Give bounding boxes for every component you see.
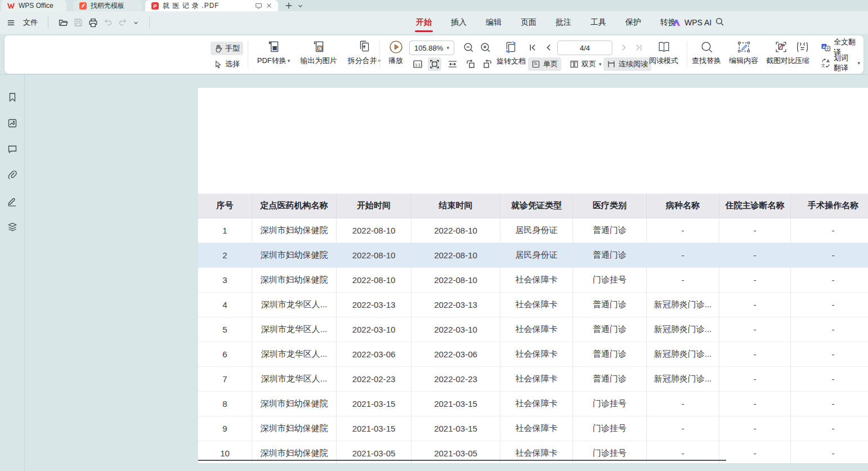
compress-button[interactable]: 压缩	[789, 40, 815, 66]
menu-tab-protect[interactable]: 保护	[624, 11, 642, 34]
menu-tab-insert[interactable]: 插入	[450, 11, 468, 34]
layers-icon[interactable]	[6, 220, 19, 234]
table-cell: 2	[198, 243, 252, 267]
table-cell: -	[719, 293, 791, 317]
table-row[interactable]: 5深圳市龙华区人...2022-03-102022-03-10社会保障卡普通门诊…	[198, 317, 868, 342]
menu-tab-tools[interactable]: 工具	[589, 11, 607, 34]
rotate-left-button[interactable]	[464, 57, 477, 71]
open-file-icon[interactable]	[59, 18, 68, 28]
table-cell: -	[791, 392, 868, 416]
edit-content-button[interactable]: 编辑内容	[726, 40, 761, 66]
single-page-button[interactable]: 单页	[528, 57, 561, 71]
split-merge-label: 拆分合并	[348, 56, 377, 66]
file-menu[interactable]: 文件	[23, 17, 38, 28]
menu-tab-home[interactable]: 开始	[415, 11, 433, 34]
zoom-level-select[interactable]: 105.88%▾	[409, 41, 454, 55]
tab-label: WPS Office	[19, 2, 53, 10]
zoom-out-icon[interactable]	[463, 42, 475, 53]
book-icon	[657, 40, 671, 54]
menu-tab-edit[interactable]: 编辑	[485, 11, 503, 34]
column-header: 住院主诊断名称	[719, 194, 791, 218]
read-mode-button[interactable]: 阅读模式	[646, 40, 681, 66]
play-button[interactable]: 播放	[383, 40, 409, 66]
select-tool-button[interactable]: 选择	[211, 57, 243, 71]
table-cell: 2022-03-06	[337, 342, 411, 366]
last-page-icon[interactable]	[634, 43, 643, 52]
table-cell: 2022-03-13	[337, 293, 411, 317]
fit-width-button[interactable]	[446, 57, 459, 71]
table-cell: 深圳市龙华区人...	[252, 317, 337, 342]
wps-ai-button[interactable]: WPS AI	[672, 11, 712, 34]
menu-tab-page[interactable]: 页面	[520, 11, 538, 34]
new-tab-icon[interactable]	[285, 2, 293, 10]
full-translate-button[interactable]: A文 全文翻译	[817, 41, 863, 54]
table-cell: 新冠肺炎门诊...	[647, 317, 719, 342]
pdf-page[interactable]: 序号定点医药机构名称开始时间结束时间就诊凭证类型医疗类别病种名称住院主诊断名称手…	[198, 88, 868, 463]
table-cell: -	[791, 342, 868, 366]
table-row[interactable]: 8深圳市妇幼保健院2021-03-152021-03-15社会保障卡门诊挂号--…	[198, 392, 868, 416]
medical-records-table: 序号定点医药机构名称开始时间结束时间就诊凭证类型医疗类别病种名称住院主诊断名称手…	[198, 194, 868, 463]
pdf-convert-button[interactable]: W PDF转换▾	[252, 39, 295, 66]
table-row[interactable]: 6深圳市龙华区人...2022-03-062022-03-06社会保障卡普通门诊…	[198, 342, 868, 367]
table-cell: -	[719, 416, 791, 441]
tab-wps-office[interactable]: WPS Office	[1, 0, 66, 11]
table-row[interactable]: 3深圳市妇幼保健院2022-08-102022-08-10社会保障卡门诊挂号--…	[198, 268, 868, 293]
comment-panel-icon[interactable]	[6, 142, 19, 156]
pdf-file-icon: P	[151, 2, 159, 10]
export-image-label: 输出为图片	[301, 56, 337, 66]
hand-tool-button[interactable]: 手型	[211, 42, 243, 55]
main-menu-icon[interactable]	[7, 19, 15, 27]
svg-text:文: 文	[821, 63, 825, 68]
table-cell: 社会保障卡	[500, 392, 573, 416]
present-monitor-icon[interactable]	[255, 2, 262, 10]
double-page-button[interactable]: 双页 ▾	[566, 57, 605, 71]
table-cell: 社会保障卡	[500, 317, 573, 342]
table-cell: 社会保障卡	[500, 416, 573, 441]
table-row[interactable]: 2深圳市妇幼保健院2022-08-102022-08-10居民身份证普通门诊--…	[198, 243, 868, 268]
table-cell: 社会保障卡	[500, 342, 573, 366]
table-cell: 2022-08-10	[411, 218, 500, 243]
signature-icon[interactable]	[6, 194, 19, 208]
table-cell: -	[719, 317, 791, 342]
table-cell: -	[719, 392, 791, 416]
bookmark-icon[interactable]	[6, 91, 19, 104]
save-icon[interactable]	[74, 18, 83, 27]
undo-icon[interactable]	[104, 18, 113, 27]
column-header: 医疗类别	[573, 194, 647, 218]
tab-docer[interactable]: 找稻壳模板	[73, 0, 142, 11]
table-body: 1深圳市妇幼保健院2022-08-102022-08-10居民身份证普通门诊--…	[198, 218, 868, 463]
table-row[interactable]: 4深圳市龙华区人...2022-03-132022-03-13社会保障卡普通门诊…	[198, 293, 868, 317]
find-replace-button[interactable]: 查找替换	[689, 40, 724, 66]
thumbnail-icon[interactable]	[6, 116, 19, 130]
print-icon[interactable]	[88, 18, 98, 28]
split-merge-icon	[357, 39, 372, 54]
export-image-button[interactable]: 输出为图片	[296, 39, 341, 66]
rotate-document-button[interactable]: 旋转文档	[493, 40, 529, 66]
next-page-icon[interactable]	[619, 43, 629, 52]
tab-list-chevron-icon[interactable]	[297, 3, 303, 9]
page-number-input[interactable]: 4/4	[557, 41, 612, 55]
attachment-icon[interactable]	[6, 168, 19, 182]
table-cell: 3	[198, 268, 252, 292]
tab-document-active[interactable]: P 就 医 记 录 .PDF	[145, 0, 278, 11]
search-icon[interactable]	[715, 17, 724, 26]
column-header: 病种名称	[647, 194, 719, 218]
table-row[interactable]: 9深圳市妇幼保健院2021-03-152021-03-15社会保障卡门诊挂号--…	[198, 416, 868, 441]
first-page-icon[interactable]	[528, 43, 538, 52]
pdf-convert-icon: W	[266, 39, 281, 54]
table-row[interactable]: 7深圳市龙华区人...2022-02-232022-02-23社会保障卡普通门诊…	[198, 367, 868, 392]
zoom-in-icon[interactable]	[480, 42, 491, 53]
word-translate-button[interactable]: 文A 划词翻译 ▾	[817, 56, 863, 70]
menu-tab-comment[interactable]: 批注	[554, 11, 572, 34]
actual-size-button[interactable]: 1:1	[411, 57, 424, 71]
table-row[interactable]: 1深圳市妇幼保健院2022-08-102022-08-10居民身份证普通门诊--…	[198, 218, 868, 243]
redo-icon[interactable]	[118, 18, 127, 27]
close-tab-icon[interactable]	[266, 2, 272, 9]
prev-page-icon[interactable]	[544, 43, 553, 52]
fit-page-button[interactable]	[428, 57, 441, 71]
undo-history-chevron-icon[interactable]	[133, 20, 139, 26]
document-title: 就 医 记 录 .PDF	[163, 1, 220, 11]
rotate-right-button[interactable]	[481, 57, 494, 71]
continuous-read-button[interactable]: 连续阅读	[603, 57, 651, 71]
table-cell: 社会保障卡	[500, 293, 573, 317]
